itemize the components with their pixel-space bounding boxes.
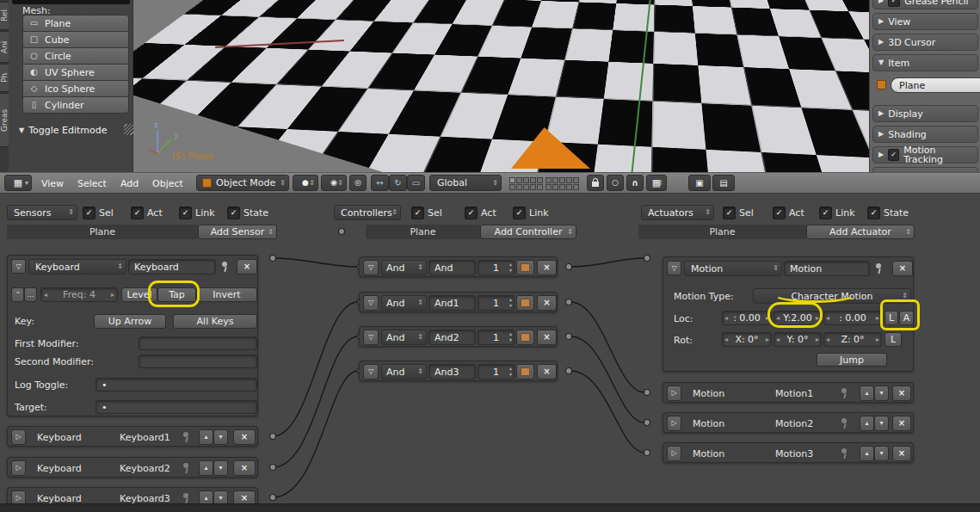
actuator-input-socket[interactable]	[644, 390, 650, 396]
arrow-right-icon[interactable]: ▸	[766, 336, 769, 343]
sensors-link-checkbox[interactable]: ✓ Link	[179, 207, 215, 219]
controller-output-socket[interactable]	[566, 264, 572, 270]
panel-header-shading[interactable]: ▶ Shading	[872, 126, 978, 143]
delete-actuator-button[interactable]: ×	[892, 261, 913, 276]
move-up-button[interactable]: ▴	[860, 446, 874, 461]
controller-state-stepper[interactable]: 1 ▴▾	[478, 260, 515, 275]
toolshelf-tab-greas[interactable]: Greas	[0, 93, 9, 147]
arrow-right-icon[interactable]: ▸	[111, 292, 114, 299]
snap-toggle[interactable]: ∩	[626, 175, 644, 191]
add-sensor-button[interactable]: Add Sensor ⇕	[198, 225, 277, 239]
pivot-align-toggle[interactable]: ◎	[349, 175, 367, 191]
snap-element-dropdown[interactable]: ▦ ⇕	[646, 175, 667, 191]
controller-name-field[interactable]: And	[428, 260, 476, 275]
controller-column-socket[interactable]	[339, 229, 345, 235]
tap-toggle[interactable]: Tap	[157, 287, 196, 302]
panel-header-item[interactable]: ▼ Item	[872, 54, 978, 71]
expand-button[interactable]: ▷	[11, 429, 26, 445]
controller-type-dropdown[interactable]: And ⇕	[381, 330, 427, 345]
sensor-output-socket[interactable]	[270, 434, 276, 440]
pin-icon[interactable]	[840, 417, 848, 429]
loc-add-toggle[interactable]: A	[899, 311, 914, 325]
sensor-name-field[interactable]: Keyboard	[128, 259, 216, 275]
delete-actuator-button[interactable]: ×	[892, 446, 911, 461]
collapse-button[interactable]: ▽	[363, 260, 379, 275]
delete-controller-button[interactable]: ×	[537, 260, 557, 275]
sensor-output-socket[interactable]	[270, 256, 276, 262]
pin-icon[interactable]	[840, 447, 848, 460]
rot-z-field[interactable]: ◂ Z: 0° ▸	[823, 332, 882, 347]
motion-tracking-checkbox[interactable]: ✓	[888, 149, 899, 161]
controller-type-dropdown[interactable]: And ⇕	[381, 295, 427, 311]
actuator-input-socket[interactable]	[644, 450, 650, 456]
controller-state-stepper[interactable]: 1 ▴▾	[478, 364, 515, 379]
delete-sensor-button[interactable]: ×	[237, 259, 257, 275]
add-uvsphere-button[interactable]: ◐ UV Sphere	[22, 64, 129, 81]
layers-grid-left[interactable]	[509, 177, 543, 190]
delete-actuator-button[interactable]: ×	[892, 416, 911, 431]
manipulator-scale-toggle[interactable]: ▭	[407, 175, 425, 191]
arrow-left-icon[interactable]: ◂	[826, 315, 829, 322]
stepper-arrows-icon[interactable]: ▴▾	[509, 366, 512, 377]
delete-controller-button[interactable]: ×	[537, 330, 557, 345]
arrow-left-icon[interactable]: ◂	[44, 292, 47, 299]
move-up-button[interactable]: ▴	[199, 460, 213, 476]
toolshelf-tab-ph[interactable]: Ph	[0, 64, 9, 92]
sensors-sel-checkbox[interactable]: ✓ Sel	[83, 207, 114, 219]
move-down-button[interactable]: ▾	[874, 416, 889, 431]
panel-header-grease-pencil[interactable]: ▶ ✓ Grease Pencil	[872, 0, 978, 9]
editor-type-button[interactable]: ▦ ▾	[4, 175, 32, 191]
panel-header-view[interactable]: ▶ View	[872, 13, 978, 30]
delete-sensor-button[interactable]: ×	[233, 429, 256, 445]
manipulator-translate-toggle[interactable]: ↔	[371, 175, 389, 191]
panel-header-3d-cursor[interactable]: ▶ 3D Cursor	[872, 34, 978, 51]
collapse-button[interactable]: ▽	[11, 259, 26, 274]
move-down-button[interactable]: ▾	[213, 429, 228, 445]
loc-x-field[interactable]: ◂ : 0.00 ▸	[722, 311, 772, 325]
pivot-point-dropdown[interactable]: ◉ ⇕	[321, 175, 347, 191]
move-up-button[interactable]: ▴	[860, 386, 874, 401]
actuators-link-checkbox[interactable]: ✓ Link	[819, 207, 855, 219]
first-modifier-field[interactable]	[139, 336, 257, 350]
actuator-type-dropdown[interactable]: Motion ⇕	[684, 261, 782, 276]
actuator-input-socket[interactable]	[644, 256, 650, 262]
add-cube-button[interactable]: □ Cube	[22, 31, 129, 48]
menu-view[interactable]: View	[41, 179, 64, 188]
delete-controller-button[interactable]: ×	[537, 364, 557, 379]
manipulator-rotate-toggle[interactable]: ↻	[389, 175, 407, 191]
pin-icon[interactable]	[182, 462, 190, 474]
controller-name-field[interactable]: And1	[428, 295, 476, 311]
mark-initial-state-button[interactable]	[516, 364, 534, 379]
actuators-act-checkbox[interactable]: ✓ Act	[773, 207, 804, 219]
grease-pencil-checkbox[interactable]: ✓	[888, 0, 900, 7]
loc-z-field[interactable]: ◂ : 0.00 ▸	[823, 311, 882, 325]
pin-icon[interactable]	[182, 431, 190, 443]
move-down-button[interactable]: ▾	[874, 446, 889, 461]
arrow-right-icon[interactable]: ▸	[816, 336, 819, 343]
controller-type-dropdown[interactable]: And ⇕	[381, 260, 427, 275]
collapse-button[interactable]: ▽	[667, 261, 681, 275]
log-toggle-field[interactable]: •	[96, 378, 257, 392]
toggle-editmode-panel-header[interactable]: ▼ Toggle Editmode	[19, 126, 108, 135]
jump-button[interactable]: Jump	[817, 353, 887, 367]
stepper-arrows-icon[interactable]: ▴▾	[509, 331, 512, 342]
layers-grid-right[interactable]	[545, 177, 579, 190]
sensor-output-socket[interactable]	[270, 465, 276, 471]
pin-icon[interactable]	[840, 387, 848, 399]
move-down-button[interactable]: ▾	[874, 386, 889, 401]
controller-state-stepper[interactable]: 1 ▴▾	[478, 330, 515, 345]
add-cylinder-button[interactable]: ▯ Cylinder	[22, 96, 129, 114]
all-keys-toggle[interactable]: All Keys	[173, 314, 257, 329]
proportional-edit-toggle[interactable]: ○	[607, 175, 624, 191]
controller-state-stepper[interactable]: 1 ▴▾	[478, 295, 515, 311]
controllers-filter-dropdown[interactable]: Controllers ⇕	[334, 205, 401, 220]
move-up-button[interactable]: ▴	[199, 429, 213, 445]
pin-icon[interactable]	[182, 492, 190, 504]
rot-y-field[interactable]: ◂ Y: 0° ▸	[774, 332, 822, 347]
pulse-false-toggle[interactable]: …	[24, 287, 37, 302]
collapse-button[interactable]: ▽	[363, 330, 379, 345]
freq-number-field[interactable]: ◂ Freq: 4 ▸	[40, 287, 118, 302]
controllers-link-checkbox[interactable]: ✓ Link	[513, 207, 549, 219]
actuator-name-field[interactable]: Motion	[784, 261, 870, 276]
menu-object[interactable]: Object	[152, 179, 183, 188]
